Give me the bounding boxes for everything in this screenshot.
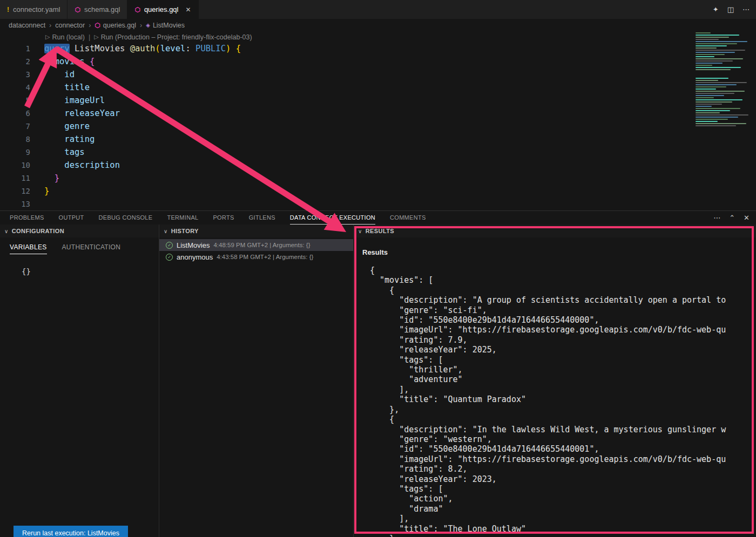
history-item-name: anonymous — [177, 253, 213, 261]
panel-tab-bar: PROBLEMSOUTPUTDEBUG CONSOLETERMINALPORTS… — [0, 211, 756, 225]
line-number: 7 — [0, 120, 30, 133]
rerun-last-execution-button[interactable]: Rerun last execution: ListMovies — [14, 526, 128, 537]
code-token: PUBLIC — [195, 44, 226, 53]
code-token — [85, 57, 90, 66]
minimap-line — [696, 108, 740, 109]
code-token — [44, 134, 64, 144]
config-tab-variables[interactable]: VARIABLES — [10, 243, 47, 254]
history-item[interactable]: ✓ListMovies4:48:59 PM GMT+2 | Arguments:… — [159, 239, 353, 251]
chevron-down-icon: ∨ — [358, 228, 362, 234]
minimap-line — [696, 65, 712, 66]
line-number: 2 — [0, 55, 30, 68]
minimap-line — [696, 39, 719, 40]
panel-tab-data-connect-execution[interactable]: DATA CONNECT EXECUTION — [290, 211, 375, 225]
code-text: } — [44, 172, 59, 185]
play-icon: ▷ — [94, 33, 98, 40]
graphql-icon: ⬡ — [75, 6, 80, 13]
more-actions-icon[interactable]: ⋯ — [742, 5, 750, 13]
minimap-line — [696, 110, 730, 111]
panel-tab-terminal[interactable]: TERMINAL — [167, 211, 198, 225]
code-token — [44, 173, 55, 183]
tab-queries.gql[interactable]: ⬡queries.gql✕ — [127, 0, 198, 19]
configuration-header-label: CONFIGURATION — [12, 228, 64, 234]
code-token — [44, 147, 64, 157]
panel-tab-debug-console[interactable]: DEBUG CONSOLE — [99, 211, 153, 225]
breadcrumb-item[interactable]: ◈ListMovies — [146, 22, 185, 29]
code-text: title — [44, 81, 90, 94]
maximize-panel-icon[interactable]: ⌃ — [729, 214, 735, 222]
panel-tab-problems[interactable]: PROBLEMS — [10, 211, 44, 225]
minimap-line — [696, 123, 746, 124]
minimap-line — [696, 93, 734, 94]
minimap-line — [696, 114, 748, 115]
code-token: ) — [226, 44, 231, 53]
panel-tab-ports[interactable]: PORTS — [213, 211, 234, 225]
minimap-line — [696, 58, 743, 59]
editor-code[interactable]: 1query ListMovies @auth(level: PUBLIC) {… — [0, 42, 693, 210]
code-line: 9 tags — [0, 146, 693, 159]
code-line: 12} — [0, 185, 693, 198]
code-line: 7 genre — [0, 120, 693, 133]
breadcrumb-item[interactable]: ⬡queries.gql — [94, 22, 136, 29]
code-text: imageUrl — [44, 94, 105, 107]
variables-value[interactable]: {} — [0, 254, 159, 276]
code-token: { — [236, 44, 241, 53]
minimap-line — [696, 41, 747, 42]
close-panel-icon[interactable]: ✕ — [744, 214, 750, 222]
more-actions-icon[interactable]: ⋯ — [713, 214, 720, 222]
line-number: 6 — [0, 107, 30, 120]
panel-tab-gitlens[interactable]: GITLENS — [249, 211, 275, 225]
tab-schema.gql[interactable]: ⬡schema.gql — [68, 0, 127, 19]
minimap-line — [696, 82, 747, 83]
code-token — [231, 44, 235, 53]
breadcrumb-item[interactable]: dataconnect — [9, 22, 45, 29]
minimap-line — [696, 45, 727, 46]
results-header[interactable]: ∨ RESULTS — [354, 225, 756, 237]
history-item-name: ListMovies — [177, 241, 210, 249]
panel-actions: ⋯⌃✕ — [713, 211, 750, 225]
line-number: 5 — [0, 94, 30, 107]
line-number: 10 — [0, 159, 30, 172]
line-number: 1 — [0, 42, 30, 55]
editor[interactable]: ▷Run (local)|▷Run (Production – Project:… — [0, 32, 693, 210]
minimap-line — [696, 63, 723, 64]
code-token: rating — [64, 134, 94, 144]
panel-tab-output[interactable]: OUTPUT — [59, 211, 84, 225]
breadcrumb-item[interactable]: connector — [55, 22, 85, 29]
tab-connector.yaml[interactable]: !connector.yaml — [0, 0, 68, 19]
chevron-down-icon: ∨ — [164, 228, 168, 234]
codelens-run-link[interactable]: ▷Run (local) — [45, 33, 85, 41]
code-token — [44, 121, 64, 131]
minimap-line — [696, 117, 738, 118]
minimap-line — [696, 52, 735, 53]
results-json-output[interactable]: { "movies": [ { "description": "A group … — [370, 266, 756, 537]
codelens-run-link[interactable]: ▷Run (Production – Project: friendly-fli… — [94, 33, 252, 41]
code-token: ListMovies — [75, 44, 125, 53]
history-item[interactable]: ✓anonymous4:43:58 PM GMT+2 | Arguments: … — [159, 251, 353, 263]
results-section: ∨ RESULTS Results { "movies": [ { "descr… — [354, 225, 756, 537]
code-token: : — [185, 44, 195, 53]
minimap-line — [696, 80, 718, 81]
configuration-header[interactable]: ∨ CONFIGURATION — [0, 225, 159, 237]
minimap-line — [696, 84, 737, 85]
history-header[interactable]: ∨ HISTORY — [159, 225, 353, 237]
minimap-line — [696, 89, 716, 90]
code-line: 11 } — [0, 172, 693, 185]
minimap-line — [696, 121, 718, 122]
code-token: id — [64, 70, 75, 79]
history-item-meta: 4:48:59 PM GMT+2 | Arguments: {} — [213, 242, 310, 248]
panel-tab-comments[interactable]: COMMENTS — [390, 211, 426, 225]
tab-label: connector.yaml — [13, 5, 60, 13]
config-subtabs: VARIABLESAUTHENTICATION — [0, 237, 159, 254]
minimap-line — [696, 69, 731, 70]
close-icon[interactable]: ✕ — [186, 6, 191, 13]
config-tab-authentication[interactable]: AUTHENTICATION — [62, 243, 121, 254]
minimap-line — [696, 104, 722, 105]
breadcrumb-separator-icon: › — [49, 22, 51, 29]
minimap[interactable] — [693, 32, 755, 210]
sparkle-icon[interactable]: ✦ — [713, 5, 719, 13]
split-editor-icon[interactable]: ◫ — [727, 5, 734, 13]
check-circle-icon: ✓ — [166, 254, 173, 261]
history-section: ∨ HISTORY ✓ListMovies4:48:59 PM GMT+2 | … — [159, 225, 354, 537]
code-line: 1query ListMovies @auth(level: PUBLIC) { — [0, 42, 693, 55]
